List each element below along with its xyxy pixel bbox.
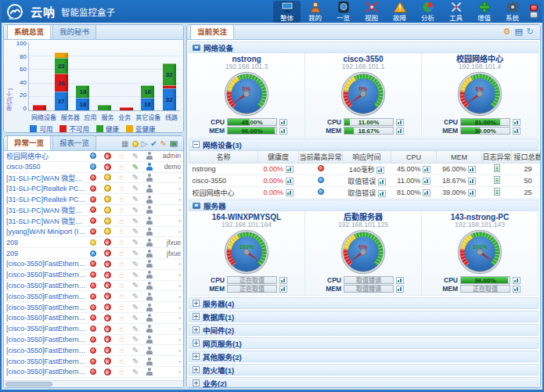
expand-icon[interactable]: [193, 300, 200, 307]
pen-icon[interactable]: ✎: [132, 335, 139, 343]
pen-icon[interactable]: ✎: [132, 292, 139, 300]
nav-faults[interactable]: 故障: [386, 1, 413, 23]
column-header[interactable]: 响应时间: [343, 151, 391, 164]
gauge-card[interactable]: 143-nstrong-PC 192.168.101.143 100%: [422, 211, 539, 295]
alert-name[interactable]: [cisco-3550]FastEthernet...: [6, 358, 86, 365]
expand-icon[interactable]: [193, 353, 200, 360]
bar-网络设备[interactable]: [33, 105, 46, 110]
hand-icon[interactable]: ☝︎: [119, 227, 124, 236]
hand-icon[interactable]: ☝︎: [119, 260, 124, 268]
table-row[interactable]: cisco-3550 0.00% 取值错误 11.00% 18.67% 50 2…: [189, 175, 541, 187]
hand-icon[interactable]: ☝︎: [119, 314, 124, 322]
column-header[interactable]: MEM: [437, 151, 482, 164]
nav-addons[interactable]: 增值: [470, 1, 498, 23]
pen-icon[interactable]: ✎: [132, 173, 139, 182]
expand-icon[interactable]: [193, 379, 200, 387]
expand-icon[interactable]: [193, 340, 200, 347]
collapsed-section[interactable]: 防火墙(1): [189, 364, 539, 376]
monitor-filter-icon[interactable]: [170, 141, 178, 147]
bar-应用[interactable]: 1818: [76, 85, 89, 110]
alarm-icon[interactable]: [530, 5, 538, 11]
hand-icon[interactable]: ☝︎: [119, 249, 124, 257]
collapsed-section[interactable]: 中间件(2): [189, 324, 539, 336]
hand-icon[interactable]: ☝︎: [119, 195, 124, 203]
scroll-thumb[interactable]: [5, 382, 52, 387]
pen-icon[interactable]: ✎: [132, 357, 139, 365]
settings-gear-icon[interactable]: ⚙: [503, 27, 511, 37]
nav-overview[interactable]: 一览: [330, 1, 357, 23]
list-item[interactable]: 校园网络中心 ☝︎ ✎ admin: [4, 151, 183, 162]
nav-analysis[interactable]: 分析: [414, 1, 441, 23]
column-header[interactable]: 健康度: [258, 151, 299, 164]
list-item[interactable]: [31-SLI-PC]Realtek PCIe ... ☝︎ ✎ -: [4, 183, 183, 194]
hand-icon[interactable]: ☝︎: [119, 152, 124, 160]
hand-icon[interactable]: ☝︎: [119, 357, 124, 365]
layout-grid-icon[interactable]: ▤: [514, 27, 522, 37]
tab-my-secretary[interactable]: 我的秘书: [52, 24, 96, 39]
hand-icon[interactable]: ☝︎: [119, 184, 124, 192]
bar-业务[interactable]: [120, 107, 133, 110]
chart-icon[interactable]: [279, 286, 287, 293]
pen-icon[interactable]: ✎: [132, 238, 139, 246]
expand-icon[interactable]: [193, 366, 200, 373]
alert-name[interactable]: [cisco-3550]FastEthernet...: [6, 325, 86, 333]
chart-icon[interactable]: [423, 166, 431, 173]
pen-filter-icon[interactable]: ✎: [160, 140, 167, 148]
hand-icon[interactable]: ☝︎: [119, 346, 124, 354]
chart-icon[interactable]: [378, 178, 386, 185]
chart-icon[interactable]: [279, 128, 287, 135]
collapsed-section[interactable]: 服务器(4): [189, 297, 539, 309]
pen-icon[interactable]: ✎: [132, 303, 139, 311]
list-item[interactable]: cisco-3550 ☝︎ ✎ demo: [4, 162, 183, 173]
alert-name[interactable]: [31-SLI-PC]WAN 微型端...: [6, 216, 86, 226]
log-icon[interactable]: [494, 188, 500, 196]
tab-report-list[interactable]: 报表一览: [52, 135, 96, 150]
hand-icon[interactable]: ☝︎: [119, 292, 124, 300]
pen-icon[interactable]: ✎: [132, 227, 139, 236]
bar-其它设备[interactable]: 1818: [141, 85, 154, 110]
expand-icon[interactable]: [193, 313, 200, 320]
tab-alert-list[interactable]: 异常一览: [7, 135, 51, 150]
chart-icon[interactable]: [468, 189, 476, 196]
list-item[interactable]: [cisco-3550]FastEthernet... ☝︎ ✎ -: [4, 345, 183, 356]
list-item[interactable]: [31-SLI-PC]WAN 微型端... ☝︎ ✎ -: [4, 205, 183, 216]
network-table-header[interactable]: 网络设备(3): [189, 138, 539, 150]
alert-name[interactable]: cisco-3550: [6, 163, 86, 171]
pen-icon[interactable]: ✎: [132, 249, 139, 257]
log-icon[interactable]: [494, 164, 500, 172]
expand-icon[interactable]: [193, 326, 200, 333]
hand-icon[interactable]: ☝︎: [119, 163, 124, 171]
pen-icon[interactable]: ✎: [132, 217, 139, 225]
alert-name[interactable]: [cisco-3550]FastEthernet...: [6, 260, 86, 268]
pen-icon[interactable]: ✎: [132, 206, 139, 214]
collapsed-section[interactable]: 数据库(1): [189, 311, 539, 322]
log-icon[interactable]: [494, 176, 500, 184]
chart-icon[interactable]: [396, 128, 404, 135]
alert-name[interactable]: [31-SLI-PC]Realtek PCIe ...: [6, 196, 86, 203]
chart-icon[interactable]: [279, 119, 287, 126]
hand-icon[interactable]: ☝︎: [119, 173, 124, 182]
exit-icon[interactable]: [530, 12, 538, 18]
bulb-filter-icon[interactable]: [132, 141, 139, 147]
collapsed-section[interactable]: 业务(2): [189, 377, 539, 387]
alert-name[interactable]: [31-SLI-PC]WAN 微型端...: [6, 173, 86, 183]
pen-icon[interactable]: ✎: [132, 271, 139, 279]
pen-icon[interactable]: ✎: [132, 195, 139, 203]
list-item[interactable]: [cisco-3550]FastEthernet... ☝︎ ✎ -: [4, 313, 183, 324]
column-header[interactable]: 名称: [189, 151, 258, 164]
alert-name[interactable]: [cisco-3550]FastEthernet...: [6, 271, 86, 279]
device-filter-icon[interactable]: ▦: [121, 140, 128, 148]
hand-icon[interactable]: ☝︎: [119, 281, 124, 290]
servers-section-header[interactable]: 服务器: [189, 200, 539, 211]
pen-icon[interactable]: ✎: [132, 152, 139, 160]
chart-icon[interactable]: [423, 189, 431, 196]
clock-filter-icon[interactable]: ▷︎: [142, 140, 148, 148]
chart-icon[interactable]: [286, 166, 294, 173]
alert-name[interactable]: [31-SLI-PC]Realtek PCIe ...: [6, 185, 86, 192]
nav-views[interactable]: 视图: [358, 1, 385, 23]
column-header[interactable]: 日志异常: [482, 151, 512, 164]
pen-icon[interactable]: ✎: [132, 184, 139, 192]
list-item[interactable]: [31-SLI-PC]WAN 微型端... ☝︎ ✎ -: [4, 173, 183, 184]
list-item[interactable]: [cisco-3550]FastEthernet... ☝︎ ✎ -: [4, 259, 183, 270]
nav-overall[interactable]: 整体: [273, 1, 301, 23]
